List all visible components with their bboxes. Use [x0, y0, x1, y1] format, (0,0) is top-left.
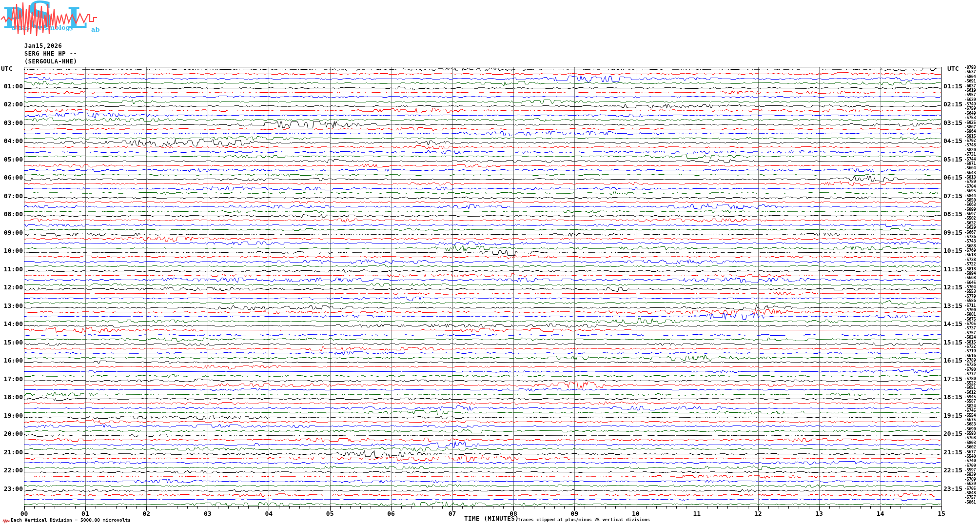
channel-label: SERG HHE HP -- [24, 50, 77, 57]
trace-end-value: -5861 [964, 500, 976, 505]
clip-note: Traces clipped at plus/minus 25 vertical… [518, 517, 650, 522]
trace-end-value: -5745 [964, 408, 976, 413]
trace-end-value: -5668 [964, 276, 976, 280]
date-label: Jan15,2026 [24, 42, 62, 49]
right-time-label: 05:15 [943, 156, 962, 162]
seismogram-canvas [0, 0, 980, 527]
right-time-label: 03:15 [943, 120, 962, 126]
x-tick-label: 02 [143, 510, 151, 517]
trace-end-value: -5695 [964, 189, 976, 193]
psl-logo: P S L atras eismology ab [0, 0, 105, 39]
mini-seismic-icon [2, 518, 10, 524]
trace-end-value: -5740 [964, 459, 976, 463]
left-time-label: 03:00 [0, 120, 23, 126]
trace-end-value: -5651 [964, 385, 976, 390]
right-time-label: 14:15 [943, 321, 962, 327]
trace-end-value: -5743 [964, 239, 976, 243]
x-tick-label: 15 [938, 510, 945, 517]
right-time-label: 13:15 [943, 303, 962, 309]
trace-end-value: -5683 [964, 422, 976, 426]
x-axis-title: TIME (MINUTES) [464, 515, 519, 522]
trace-end-value: -5719 [964, 349, 976, 353]
x-tick-label: 06 [387, 510, 395, 517]
left-time-label: 05:00 [0, 156, 23, 162]
left-time-label: 21:00 [0, 449, 23, 455]
right-time-label: 16:15 [943, 357, 962, 364]
right-time-label: 23:15 [943, 486, 962, 492]
trace-end-value: -5586 [964, 299, 976, 303]
x-tick-label: 07 [449, 510, 456, 517]
trace-end-value: -5957 [964, 93, 976, 97]
x-tick-label: 10 [632, 510, 640, 517]
x-tick-label: 14 [877, 510, 884, 517]
left-time-label: 19:00 [0, 412, 23, 419]
trace-end-value: -5757 [964, 495, 976, 500]
right-time-label: 06:15 [943, 174, 962, 181]
trace-end-value: -5629 [964, 225, 976, 230]
right-time-label: 09:15 [943, 229, 962, 236]
left-time-label: 13:00 [0, 303, 23, 309]
utc-header-right: UTC [947, 65, 959, 72]
x-tick-label: 05 [326, 510, 334, 517]
right-time-label: 04:15 [943, 138, 962, 144]
right-time-label: 10:15 [943, 247, 962, 254]
left-time-label: 17:00 [0, 376, 23, 382]
trace-end-value: -5964 [964, 129, 976, 134]
right-time-label: 07:15 [943, 193, 962, 199]
trace-end-value: -5772 [964, 372, 976, 376]
trace-end-value: -5663 [964, 203, 976, 207]
x-tick-label: 12 [754, 510, 762, 517]
right-time-label: 11:15 [943, 266, 962, 272]
right-time-label: 12:15 [943, 284, 962, 290]
trace-end-value: -5639 [964, 482, 976, 486]
left-time-label: 11:00 [0, 266, 23, 272]
logo-seismic-trace-icon [0, 0, 102, 39]
left-time-label: 09:00 [0, 229, 23, 236]
left-time-label: 20:00 [0, 430, 23, 437]
right-time-label: 21:15 [943, 449, 962, 455]
trace-end-value: -5664 [964, 166, 976, 170]
left-time-label: 06:00 [0, 174, 23, 181]
right-time-label: 20:15 [943, 430, 962, 437]
trace-end-value: -5722 [964, 262, 976, 266]
x-tick-label: 13 [815, 510, 823, 517]
left-time-label: 14:00 [0, 321, 23, 327]
trace-end-value: -5691 [964, 79, 976, 83]
left-time-label: 10:00 [0, 247, 23, 254]
x-tick-label: 00 [20, 510, 28, 517]
right-time-label: 15:15 [943, 339, 962, 345]
right-time-label: 02:15 [943, 101, 962, 107]
left-time-label: 12:00 [0, 284, 23, 290]
right-time-label: 22:15 [943, 467, 962, 473]
trace-end-value: -5602 [964, 445, 976, 449]
right-time-label: 18:15 [943, 394, 962, 400]
trace-end-value: -5801 [964, 312, 976, 317]
trace-end-value: -5824 [964, 335, 976, 340]
vertical-division-note: Each Vertical Division = 5000.00 microvo… [11, 517, 131, 523]
right-time-label: 19:15 [943, 412, 962, 419]
right-time-label: 01:15 [943, 83, 962, 89]
trace-end-value: -5753 [964, 116, 976, 120]
trace-end-value: -5731 [964, 152, 976, 157]
helicorder-page: P S L atras eismology ab Jan15,2026 SERG… [0, 0, 980, 527]
left-time-label: 16:00 [0, 357, 23, 364]
left-time-label: 02:00 [0, 101, 23, 107]
left-time-label: 07:00 [0, 193, 23, 199]
left-time-label: 23:00 [0, 486, 23, 492]
station-label: (SERGOULA-HHE) [24, 58, 77, 65]
left-time-label: 01:00 [0, 83, 23, 89]
x-tick-label: 09 [571, 510, 579, 517]
utc-header-left: UTC [1, 65, 12, 72]
right-time-label: 08:15 [943, 211, 962, 217]
left-time-label: 08:00 [0, 211, 23, 217]
x-tick-label: 01 [81, 510, 89, 517]
left-time-label: 18:00 [0, 394, 23, 400]
right-time-label: 17:15 [943, 376, 962, 382]
x-tick-label: 04 [265, 510, 273, 517]
left-time-label: 22:00 [0, 467, 23, 473]
left-time-label: 04:00 [0, 138, 23, 144]
x-tick-label: 03 [204, 510, 212, 517]
left-time-label: 15:00 [0, 339, 23, 345]
x-tick-label: 11 [693, 510, 701, 517]
